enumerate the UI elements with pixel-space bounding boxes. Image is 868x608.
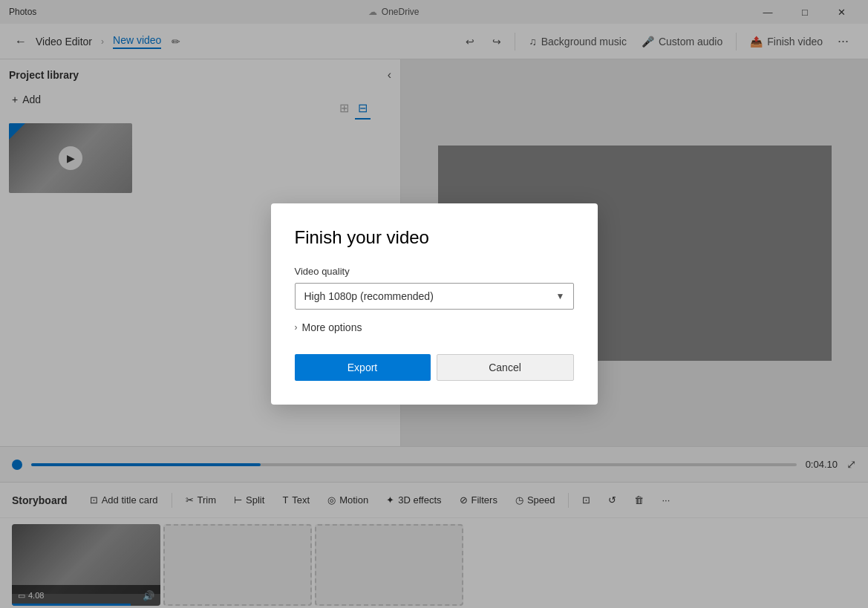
cancel-button[interactable]: Cancel (437, 354, 574, 381)
more-options-label: More options (302, 321, 362, 333)
finish-video-modal: Finish your video Video quality High 108… (271, 203, 598, 405)
more-options-row[interactable]: › More options (295, 321, 574, 333)
modal-buttons: Export Cancel (295, 354, 574, 381)
video-quality-select-wrapper: High 1080p (recommended) Medium 720p Low… (295, 283, 574, 310)
export-button[interactable]: Export (295, 354, 431, 381)
modal-overlay: Finish your video Video quality High 108… (0, 0, 868, 608)
video-quality-select[interactable]: High 1080p (recommended) Medium 720p Low… (295, 283, 574, 310)
video-quality-label: Video quality (295, 266, 574, 277)
modal-title: Finish your video (295, 227, 574, 248)
more-options-chevron-icon: › (295, 322, 298, 333)
